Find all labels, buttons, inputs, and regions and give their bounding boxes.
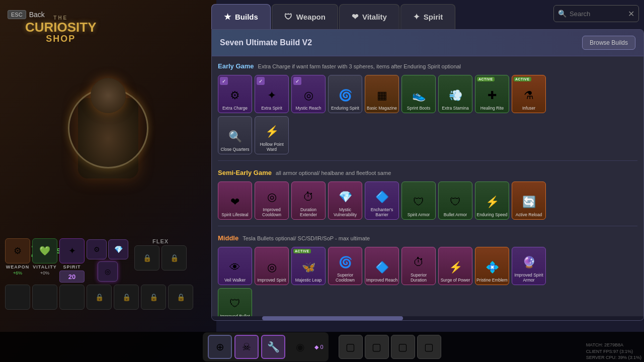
item-card-name: Close Quarters bbox=[220, 147, 249, 152]
item-card[interactable]: 👟Sprint Boots bbox=[401, 75, 436, 113]
item-card[interactable]: 🌀Enduring Spirit bbox=[328, 75, 362, 113]
item-card-icon: 🔄 bbox=[522, 193, 536, 211]
empty-box-6 bbox=[141, 285, 166, 310]
shop-curiosity-text: CURIOSITY bbox=[25, 21, 97, 34]
bottom-ghost-icon[interactable]: ◉ bbox=[288, 335, 312, 359]
item-card[interactable]: ACTIVE✚Healing Rite bbox=[475, 75, 509, 113]
section-divider bbox=[218, 160, 637, 161]
item-card-name: Enduring Speed bbox=[477, 212, 508, 217]
item-card[interactable]: 🛡Improved Bullet Armor bbox=[218, 288, 252, 318]
item-card[interactable]: ✓⚙Extra Charge bbox=[218, 75, 252, 113]
item-card[interactable]: 👁Veil Walker bbox=[218, 247, 252, 285]
item-card-icon: ▦ bbox=[377, 86, 387, 105]
bottom-scrollbar[interactable] bbox=[212, 316, 644, 320]
item-card-name: Extra Stamina bbox=[442, 106, 468, 111]
item-card-name: Infuser bbox=[522, 106, 535, 111]
item-card[interactable]: 🌀Superior Cooldown bbox=[328, 247, 362, 285]
section-desc-semi-early: all armor optional/ healbane and fleetfo… bbox=[276, 170, 391, 176]
nav-tabs: ★ Builds 🛡 Weapon ❤ Vitality ✦ Spirit 🔍 … bbox=[211, 0, 644, 29]
item-card[interactable]: 🔄Active Reload bbox=[512, 182, 546, 220]
item-card-icon: 🔍 bbox=[228, 128, 242, 146]
bottom-crosshair-icon[interactable]: ⊕ bbox=[208, 335, 232, 359]
item-card[interactable]: ▦Basic Magazine bbox=[365, 75, 399, 113]
build-title: Seven Ultimate Build V2 bbox=[220, 38, 312, 47]
tab-spirit[interactable]: ✦ Spirit bbox=[400, 4, 455, 29]
stat-weapon: ⚙ WEAPON +6% bbox=[5, 238, 30, 276]
flex-box-2 bbox=[162, 245, 187, 270]
item-card[interactable]: 🔍Close Quarters bbox=[218, 116, 252, 154]
character-body bbox=[78, 98, 138, 178]
item-card-icon: 🛡 bbox=[450, 193, 461, 211]
item-card-icon: ⚡ bbox=[486, 193, 499, 211]
item-grid-semi-early-0: ❤Spirit Lifesteal◎Improved Cooldown⏱Dura… bbox=[218, 182, 637, 220]
item-card[interactable]: ✓◎Mystic Reach bbox=[291, 75, 326, 113]
weapon-label: WEAPON bbox=[6, 264, 30, 269]
item-grid-middle-0: 👁Veil Walker◎Improved SpiritACTIVE🦋Majes… bbox=[218, 247, 637, 285]
item-card[interactable]: ⏱Duration Extender bbox=[291, 182, 326, 220]
item-card[interactable]: ◎Improved Spirit bbox=[255, 247, 289, 285]
item-card-icon: ⚡ bbox=[449, 258, 462, 277]
item-card[interactable]: 💨Extra Stamina bbox=[438, 75, 472, 113]
section-semi-early: Semi-Early Gameall armor optional/ healb… bbox=[218, 169, 637, 226]
item-card-icon: ◎ bbox=[304, 86, 313, 105]
item-card-name: Active Reload bbox=[516, 212, 542, 217]
item-card-name: Basic Magazine bbox=[367, 106, 397, 111]
search-close-icon[interactable]: ✕ bbox=[628, 9, 634, 19]
item-card[interactable]: 🛡Bullet Armor bbox=[438, 182, 472, 220]
tab-weapon[interactable]: 🛡 Weapon bbox=[272, 4, 338, 29]
search-input[interactable] bbox=[570, 10, 625, 18]
tab-builds[interactable]: ★ Builds bbox=[211, 4, 271, 29]
stat-row-main: ⚙ WEAPON +6% 💚 VITALITY +0% ✦ SPIRIT 20 … bbox=[5, 238, 206, 283]
bottom-right-icon-4: ▢ bbox=[417, 335, 441, 359]
spirit-label: SPIRIT bbox=[63, 264, 80, 269]
bottom-wrench-icon[interactable]: 🔧 bbox=[261, 335, 285, 359]
weapon-icon-box: ⚙ bbox=[5, 238, 30, 263]
item-card[interactable]: ⚡Surge of Power bbox=[438, 247, 472, 285]
bottom-skull-icon[interactable]: ☠ bbox=[234, 335, 259, 359]
item-card-icon: 🌀 bbox=[339, 253, 352, 272]
browse-builds-button[interactable]: Browse Builds bbox=[582, 36, 635, 50]
item-card[interactable]: ACTIVE🦋Majestic Leap bbox=[291, 247, 326, 285]
item-card[interactable]: 🔷Enchanter's Barrier bbox=[365, 182, 399, 220]
item-card[interactable]: 🛡Spirit Armor bbox=[401, 182, 436, 220]
item-card[interactable]: ⚡Hollow Point Ward bbox=[255, 116, 289, 154]
check-badge-icon: ✓ bbox=[293, 77, 301, 85]
flex-empty-boxes bbox=[134, 245, 187, 270]
item-card[interactable]: 💠Pristine Emblem bbox=[475, 247, 509, 285]
build-content[interactable]: Early GameExtra Charge if want farm fast… bbox=[212, 56, 643, 318]
item-card[interactable]: 🔷Improved Reach bbox=[365, 247, 399, 285]
item-card-icon: 💨 bbox=[449, 86, 462, 105]
item-card[interactable]: ❤Spirit Lifesteal bbox=[218, 182, 252, 220]
weapon-icon: 🛡 bbox=[284, 13, 292, 22]
vitality-value: +0% bbox=[40, 270, 49, 276]
item-card[interactable]: 💎Mystic Vulnerability bbox=[328, 182, 362, 220]
item-card-name: Improved Cooldown bbox=[256, 207, 288, 217]
search-bar[interactable]: 🔍 ✕ bbox=[553, 5, 639, 22]
stat-spirit: ✦ SPIRIT 20 bbox=[59, 238, 85, 283]
item-card[interactable]: 🔮Improved Spirit Armor bbox=[512, 247, 546, 285]
section-tag-middle: Middle bbox=[218, 234, 238, 242]
item-card[interactable]: ⚡Enduring Speed bbox=[475, 182, 509, 220]
weapon-value: +6% bbox=[13, 270, 22, 276]
search-icon: 🔍 bbox=[558, 10, 567, 18]
bottom-right-icons: ▢ ▢ ▢ ▢ bbox=[339, 335, 441, 359]
item-card[interactable]: ⏱Superior Duration bbox=[401, 247, 436, 285]
vitality-icon-box: 💚 bbox=[32, 238, 57, 263]
item-card[interactable]: ✓✦Extra Spirit bbox=[255, 75, 289, 113]
tab-vitality[interactable]: ❤ Vitality bbox=[339, 4, 399, 29]
item-card-name: Sprint Boots bbox=[407, 106, 430, 111]
item-card-icon: 🛡 bbox=[229, 295, 240, 313]
scrollbar-thumb[interactable] bbox=[262, 316, 403, 320]
tab-vitality-label: Vitality bbox=[362, 13, 387, 21]
item-card-name: Mystic Reach bbox=[295, 106, 321, 111]
item-card[interactable]: ACTIVE⚗Infuser bbox=[512, 75, 546, 113]
item-card-icon: ⚗ bbox=[524, 86, 534, 105]
section-header-middle: MiddleTesla Bullets optional/ SC/SD/IR/S… bbox=[218, 234, 637, 242]
item-card-name: Improved Reach bbox=[366, 278, 397, 283]
empty-box-4 bbox=[87, 285, 112, 310]
item-grid-early-0: ✓⚙Extra Charge✓✦Extra Spirit✓◎Mystic Rea… bbox=[218, 75, 637, 113]
item-card[interactable]: ◎Improved Cooldown bbox=[255, 182, 289, 220]
shop-shop-text: SHOP bbox=[25, 34, 97, 44]
empty-box-3 bbox=[59, 285, 85, 310]
active-badge: ACTIVE bbox=[477, 77, 495, 81]
